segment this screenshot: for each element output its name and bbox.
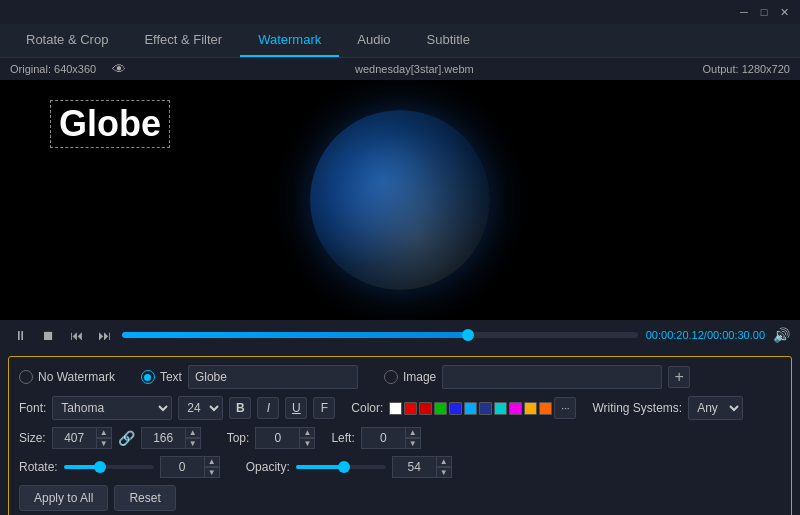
top-arrows: ▲ ▼	[299, 427, 315, 449]
color-swatch-white[interactable]	[389, 402, 402, 415]
pause-button[interactable]: ⏸	[10, 325, 30, 345]
left-up[interactable]: ▲	[405, 427, 421, 438]
rotate-slider-thumb[interactable]	[94, 461, 106, 473]
size-width-up[interactable]: ▲	[96, 427, 112, 438]
progress-bar[interactable]	[122, 332, 638, 338]
opacity-up[interactable]: ▲	[436, 456, 452, 467]
rotate-up[interactable]: ▲	[204, 456, 220, 467]
size-width-arrows: ▲ ▼	[96, 427, 112, 449]
opacity-down[interactable]: ▼	[436, 467, 452, 478]
rotate-slider-track[interactable]	[64, 465, 154, 469]
size-height-spinbox: ▲ ▼	[141, 427, 201, 449]
tab-audio[interactable]: Audio	[339, 24, 408, 57]
opacity-slider-thumb[interactable]	[338, 461, 350, 473]
image-watermark-radio[interactable]	[384, 370, 398, 384]
watermark-overlay: Globe	[50, 100, 170, 148]
minimize-button[interactable]: ─	[736, 4, 752, 20]
apply-to-all-button[interactable]: Apply to All	[19, 485, 108, 511]
original-size-label: Original: 640x360	[10, 63, 96, 75]
link-dimensions-icon[interactable]: 🔗	[118, 430, 135, 446]
color-swatch-teal[interactable]	[494, 402, 507, 415]
text-watermark-radio[interactable]	[141, 370, 155, 384]
eye-icon[interactable]: 👁	[112, 61, 126, 77]
left-spinbox: ▲ ▼	[361, 427, 421, 449]
close-button[interactable]: ✕	[776, 4, 792, 20]
text-watermark-option[interactable]: Text	[141, 370, 182, 384]
size-width-down[interactable]: ▼	[96, 438, 112, 449]
color-swatch-blue1[interactable]	[449, 402, 462, 415]
left-down[interactable]: ▼	[405, 438, 421, 449]
size-height-input[interactable]	[141, 427, 186, 449]
tab-watermark[interactable]: Watermark	[240, 24, 339, 57]
underline-button[interactable]: U	[285, 397, 307, 419]
watermark-text-input[interactable]	[188, 365, 358, 389]
volume-icon[interactable]: 🔊	[773, 327, 790, 343]
no-watermark-radio[interactable]	[19, 370, 33, 384]
more-colors-button[interactable]: ···	[554, 397, 576, 419]
time-display: 00:00:20.12/00:00:30.00	[646, 329, 765, 341]
filename-label: wednesday[3star].webm	[355, 63, 474, 75]
opacity-slider-track[interactable]	[296, 465, 386, 469]
left-arrows: ▲ ▼	[405, 427, 421, 449]
prev-frame-button[interactable]: ⏮	[66, 325, 86, 345]
opacity-arrows: ▲ ▼	[436, 456, 452, 478]
progress-thumb	[462, 329, 474, 341]
top-input[interactable]	[255, 427, 300, 449]
font-row: Font: Tahoma 24 B I U F Color: ··· Writi…	[19, 396, 781, 420]
opacity-slider-container	[296, 465, 386, 469]
top-down[interactable]: ▼	[299, 438, 315, 449]
tab-bar: Rotate & Crop Effect & Filter Watermark …	[0, 24, 800, 58]
font-select[interactable]: Tahoma	[52, 396, 172, 420]
tab-subtitle[interactable]: Subtitle	[409, 24, 488, 57]
opacity-spinbox: ▲ ▼	[392, 456, 452, 478]
rotate-label: Rotate:	[19, 460, 58, 474]
rotate-down[interactable]: ▼	[204, 467, 220, 478]
left-input[interactable]	[361, 427, 406, 449]
color-label: Color:	[351, 401, 383, 415]
strikethrough-button[interactable]: F	[313, 397, 335, 419]
size-width-spinbox: ▲ ▼	[52, 427, 112, 449]
color-swatch-orange[interactable]	[539, 402, 552, 415]
rotate-spinbox: ▲ ▼	[160, 456, 220, 478]
size-height-down[interactable]: ▼	[185, 438, 201, 449]
writing-system-select[interactable]: Any	[688, 396, 743, 420]
bold-button[interactable]: B	[229, 397, 251, 419]
output-size-label: Output: 1280x720	[703, 63, 790, 75]
color-swatch-magenta[interactable]	[509, 402, 522, 415]
color-swatch-red1[interactable]	[404, 402, 417, 415]
color-swatch-darkblue[interactable]	[479, 402, 492, 415]
color-swatch-green[interactable]	[434, 402, 447, 415]
size-height-up[interactable]: ▲	[185, 427, 201, 438]
color-swatch-red2[interactable]	[419, 402, 432, 415]
color-swatch-cyan1[interactable]	[464, 402, 477, 415]
stop-button[interactable]: ⏹	[38, 325, 58, 345]
playback-bar: ⏸ ⏹ ⏮ ⏭ 00:00:20.12/00:00:30.00 🔊	[0, 320, 800, 350]
opacity-label: Opacity:	[246, 460, 290, 474]
video-preview: Globe	[0, 80, 800, 320]
no-watermark-option[interactable]: No Watermark	[19, 370, 115, 384]
color-swatch-yellow[interactable]	[524, 402, 537, 415]
reset-button[interactable]: Reset	[114, 485, 175, 511]
next-frame-button[interactable]: ⏭	[94, 325, 114, 345]
add-image-button[interactable]: +	[668, 366, 690, 388]
tab-rotate-crop[interactable]: Rotate & Crop	[8, 24, 126, 57]
maximize-button[interactable]: □	[756, 4, 772, 20]
watermark-image-input[interactable]	[442, 365, 662, 389]
opacity-input[interactable]	[392, 456, 437, 478]
italic-button[interactable]: I	[257, 397, 279, 419]
opacity-slider-fill	[296, 465, 345, 469]
size-row: Size: ▲ ▼ 🔗 ▲ ▼ Top: ▲ ▼ Left:	[19, 427, 781, 449]
rotate-input[interactable]	[160, 456, 205, 478]
size-label: Size:	[19, 431, 46, 445]
rotate-opacity-row: Rotate: ▲ ▼ Opacity: ▲ ▼	[19, 456, 781, 478]
color-swatches: ···	[389, 397, 576, 419]
image-watermark-option[interactable]: Image	[384, 370, 436, 384]
watermark-panel: No Watermark Text Image + Font: Tahoma 2…	[8, 356, 792, 515]
font-size-select[interactable]: 24	[178, 396, 223, 420]
progress-fill	[122, 332, 468, 338]
size-width-input[interactable]	[52, 427, 97, 449]
top-spinbox: ▲ ▼	[255, 427, 315, 449]
rotate-arrows: ▲ ▼	[204, 456, 220, 478]
top-up[interactable]: ▲	[299, 427, 315, 438]
tab-effect-filter[interactable]: Effect & Filter	[126, 24, 240, 57]
